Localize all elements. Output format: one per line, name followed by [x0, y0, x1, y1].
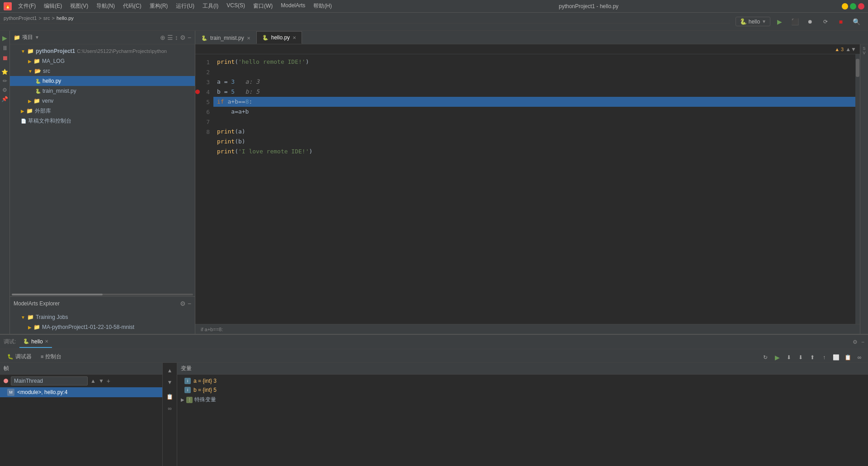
mae-training-jobs[interactable]: ▼ 📁 Training Jobs — [10, 312, 195, 322]
tree-item-venv[interactable]: ▶ 📁 venv — [10, 96, 195, 106]
sort-icon[interactable]: ↕ — [175, 34, 178, 41]
thread-down-icon[interactable]: ▼ — [99, 378, 104, 384]
tab-hello-debug[interactable]: 🐍 hello ✕ — [19, 336, 52, 348]
coverage-button[interactable]: ⏺ — [804, 15, 816, 28]
menu-refactor[interactable]: 重构(R) — [146, 1, 172, 11]
thread-up-icon[interactable]: ▲ — [90, 378, 96, 384]
panel-separator: ▲ ▼ 📋 ∞ — [163, 363, 177, 466]
frame-item-selected[interactable]: M <module>, hello.py:4 — [0, 387, 162, 397]
breadcrumb-item-src[interactable]: src — [43, 15, 50, 21]
settings-button[interactable]: ⚙ — [2, 87, 7, 93]
debug-async-btn[interactable]: ∞ — [854, 352, 864, 362]
tab-debugger[interactable]: 🐛 调试器 — [4, 351, 35, 362]
expand-warnings-icon[interactable]: ▲ — [845, 46, 851, 52]
resume-button[interactable]: ▶ — [2, 34, 7, 42]
breadcrumb-item-file[interactable]: hello.py — [57, 15, 74, 21]
debug-step-out-btn[interactable]: ⬆ — [807, 352, 817, 362]
mae-close-icon[interactable]: − — [188, 300, 191, 307]
menu-run[interactable]: 运行(U) — [172, 1, 198, 11]
tree-item-malog[interactable]: ▶ 📁 MA_LOG — [10, 56, 195, 66]
console-tab-label: 控制台 — [45, 353, 61, 361]
debug-step-into-btn[interactable]: ⬇ — [796, 352, 806, 362]
breakpoint-dot[interactable] — [195, 90, 200, 94]
tab-label-train: train_mnist.py — [210, 35, 244, 41]
debug-view-btn[interactable]: ⬜ — [831, 352, 841, 362]
menu-edit[interactable]: 编辑(E) — [40, 1, 66, 11]
project-expand-icon[interactable]: ▼ — [35, 35, 39, 40]
warning-badge[interactable]: ▲ 3 — [835, 47, 844, 52]
debug-evaluate-btn[interactable]: 📋 — [843, 352, 853, 362]
editor-scrollbar-v[interactable] — [855, 54, 860, 324]
tree-item-project[interactable]: ▼ 📁 pythonProject1 C:\Users\25122\Pychar… — [10, 46, 195, 56]
close-panel-icon[interactable]: − — [188, 34, 191, 41]
tree-item-scratches[interactable]: 📄 草稿文件和控制台 — [10, 116, 195, 126]
collapse-all-icon[interactable]: ☰ — [167, 34, 173, 41]
menu-window[interactable]: 窗口(W) — [250, 1, 276, 11]
settings-icon[interactable]: ⚙ — [180, 34, 186, 41]
tab-close-train[interactable]: ✕ — [247, 36, 250, 41]
stop-debug-button[interactable]: ⏹ — [2, 54, 8, 62]
bottom-settings-icon[interactable]: ⚙ — [853, 339, 858, 345]
debug-resume-btn[interactable]: ▶ — [772, 352, 782, 362]
debug-step-over-btn[interactable]: ⬇ — [784, 352, 794, 362]
tab-train-mnist[interactable]: 🐍 train_mnist.py ✕ — [195, 32, 256, 44]
debug-tab-close[interactable]: ✕ — [45, 339, 48, 344]
close-button[interactable] — [858, 3, 864, 10]
profile-button[interactable]: ⟳ — [819, 15, 832, 28]
sep-special-btn[interactable]: ∞ — [165, 404, 175, 414]
sep-up-btn[interactable]: ▲ — [165, 366, 175, 376]
menu-modelarts[interactable]: ModelArts — [277, 1, 309, 11]
tab-bar: 🐍 train_mnist.py ✕ 🐍 hello.py ✕ — [195, 31, 868, 44]
var-group-arrow: ▶ — [181, 397, 184, 402]
menu-vcs[interactable]: VCS(S) — [223, 1, 249, 11]
tab-hello-py[interactable]: 🐍 hello.py ✕ — [256, 31, 302, 44]
sep-down-btn[interactable]: ▼ — [165, 377, 175, 387]
search-button[interactable]: 🔍 — [850, 15, 863, 28]
breadcrumb-sep1: > — [38, 15, 41, 21]
bottom-panel-header: 调试: 🐍 hello ✕ ⚙ − — [0, 335, 868, 349]
tab-py-icon2: 🐍 — [262, 35, 269, 41]
thread-dot — [4, 379, 8, 383]
sview-icon[interactable]: SV — [863, 46, 865, 55]
favorite-button[interactable]: ⭐ — [1, 69, 8, 75]
pause-button[interactable]: ⏸ — [2, 44, 8, 52]
bottom-close-icon[interactable]: − — [861, 339, 864, 345]
locate-file-icon[interactable]: ⊕ — [160, 34, 165, 41]
code-lines[interactable]: print('hello remote IDE!') a = 3 a: 3 b … — [213, 54, 855, 324]
run-button[interactable]: ▶ — [773, 15, 786, 28]
tree-item-train-mnist[interactable]: 🐍 train_mnist.py — [10, 86, 195, 96]
minimize-button[interactable] — [842, 3, 848, 10]
thread-add-icon[interactable]: + — [107, 377, 110, 385]
mae-actions: ⚙ − — [180, 300, 191, 307]
collapse-warnings-icon[interactable]: ▼ — [851, 46, 856, 52]
debug-restart-btn[interactable]: ↻ — [760, 352, 770, 362]
mae-job-item[interactable]: ▶ 📁 MA-pythonProject1-01-22-10-58-mnist — [10, 322, 195, 332]
tree-item-hello-py[interactable]: 🐍 hello.py — [10, 76, 195, 86]
menu-help[interactable]: 帮助(H) — [310, 1, 335, 11]
stop-button[interactable]: ■ — [835, 15, 847, 28]
maximize-button[interactable] — [850, 3, 856, 10]
var-group-special[interactable]: ▶ ⋮ 特殊变量 — [177, 395, 868, 405]
mae-settings-icon[interactable]: ⚙ — [180, 300, 186, 307]
debug-button[interactable]: ⬛ — [788, 15, 801, 28]
file-tree-scrollbar[interactable] — [10, 293, 195, 296]
tab-console[interactable]: ≡ 控制台 — [37, 351, 65, 362]
tree-item-external-libs[interactable]: ▶ 📁 外部库 — [10, 106, 195, 116]
debugger-tab-label: 调试器 — [15, 353, 32, 361]
menu-navigate[interactable]: 导航(N) — [93, 1, 118, 11]
debug-run-to-cursor-btn[interactable]: ↑ — [819, 352, 829, 362]
line-number-8: 8 — [196, 127, 210, 137]
menu-view[interactable]: 视图(V) — [66, 1, 92, 11]
pin-button[interactable]: 📌 — [1, 96, 8, 102]
menu-code[interactable]: 代码(C) — [119, 1, 145, 11]
var-item-a: i a = {int} 3 — [177, 376, 868, 385]
menu-file[interactable]: 文件(F) — [14, 1, 39, 11]
sep-copy-btn[interactable]: 📋 — [165, 392, 175, 402]
thread-name-input[interactable] — [11, 376, 88, 385]
breadcrumb-item-project[interactable]: pythonProject1 — [4, 15, 37, 21]
run-config-selector[interactable]: 🐍 hello ▼ — [736, 17, 770, 26]
menu-tools[interactable]: 工具(I) — [199, 1, 222, 11]
tab-close-hello[interactable]: ✕ — [292, 35, 296, 40]
tree-item-src[interactable]: ▼ 📂 src — [10, 66, 195, 76]
edit-watcher-button[interactable]: ✏ — [3, 78, 7, 84]
